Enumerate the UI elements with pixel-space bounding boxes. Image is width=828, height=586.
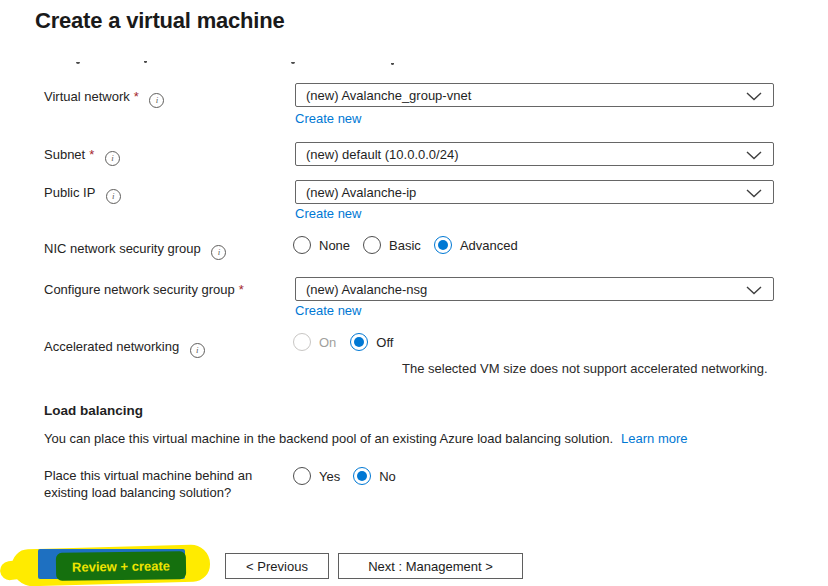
virtual-network-label: Virtual network* i [44, 89, 164, 108]
subnet-value: (new) default (10.0.0.0/24) [306, 147, 458, 162]
info-glyph: i [111, 153, 114, 164]
info-icon[interactable]: i [106, 189, 121, 204]
page-title: Create a virtual machine [35, 8, 285, 34]
accelerated-networking-radio-group: On Off [293, 333, 393, 351]
radio-label: Advanced [460, 238, 518, 253]
info-glyph: i [156, 95, 159, 106]
subnet-dropdown[interactable]: (new) default (10.0.0.0/24) [295, 142, 774, 166]
subnet-label: Subnet* i [44, 147, 120, 166]
cropped-text-artifact [291, 58, 295, 64]
public-ip-value: (new) Avalanche-ip [306, 185, 416, 200]
cropped-text-artifact [76, 58, 80, 64]
radio-circle [363, 236, 381, 254]
vm-size-note: The selected VM size does not support ac… [402, 361, 768, 376]
required-asterisk: * [89, 147, 94, 162]
radio-option-no[interactable]: No [353, 467, 396, 485]
info-glyph: i [112, 191, 115, 202]
review-create-button[interactable]: Review + create [56, 551, 186, 581]
radio-option-none[interactable]: None [293, 236, 350, 254]
cropped-text-artifact [391, 59, 394, 65]
radio-option-yes[interactable]: Yes [293, 467, 340, 485]
chevron-down-icon [746, 92, 762, 101]
radio-circle-selected [350, 333, 368, 351]
radio-option-off[interactable]: Off [350, 333, 393, 351]
label-text: Configure network security group [44, 282, 235, 297]
radio-label: No [379, 469, 396, 484]
create-new-public-ip-link[interactable]: Create new [295, 206, 361, 221]
required-asterisk: * [239, 282, 244, 297]
virtual-network-value: (new) Avalanche_group-vnet [306, 88, 471, 103]
nic-nsg-radio-group: None Basic Advanced [293, 236, 518, 254]
radio-circle-selected [434, 236, 452, 254]
info-glyph: i [196, 345, 199, 356]
next-management-button[interactable]: Next : Management > [338, 553, 523, 579]
cropped-text-artifact [144, 57, 147, 63]
load-balancing-heading: Load balancing [44, 403, 143, 418]
info-glyph: i [218, 247, 221, 258]
radio-label: Off [376, 335, 393, 350]
chevron-down-icon [746, 286, 762, 295]
radio-option-on-disabled: On [293, 333, 336, 351]
public-ip-label: Public IP i [44, 185, 121, 204]
description-text: You can place this virtual machine in th… [44, 431, 613, 446]
label-text: Public IP [44, 185, 95, 200]
public-ip-dropdown[interactable]: (new) Avalanche-ip [295, 180, 774, 204]
info-icon[interactable]: i [149, 93, 164, 108]
label-text: Virtual network [44, 89, 130, 104]
label-text: NIC network security group [44, 241, 201, 256]
create-new-nsg-link[interactable]: Create new [295, 303, 361, 318]
load-balancing-description: You can place this virtual machine in th… [44, 431, 688, 446]
nic-nsg-label: NIC network security group i [44, 241, 226, 260]
radio-label: None [319, 238, 350, 253]
label-text: Accelerated networking [44, 339, 179, 354]
create-new-vnet-link[interactable]: Create new [295, 111, 361, 126]
required-asterisk: * [134, 89, 139, 104]
virtual-network-dropdown[interactable]: (new) Avalanche_group-vnet [295, 83, 774, 107]
radio-circle-selected [353, 467, 371, 485]
chevron-down-icon [746, 189, 762, 198]
configure-nsg-label: Configure network security group* [44, 282, 244, 297]
radio-circle-disabled [293, 333, 311, 351]
create-vm-networking-page: Create a virtual machine Virtual network… [0, 0, 828, 586]
radio-option-advanced[interactable]: Advanced [434, 236, 518, 254]
previous-button[interactable]: < Previous [225, 553, 329, 579]
radio-label: Yes [319, 469, 340, 484]
radio-label: On [319, 335, 336, 350]
load-balancing-radio-group: Yes No [293, 467, 396, 485]
radio-option-basic[interactable]: Basic [363, 236, 421, 254]
review-create-label: Review + create [72, 558, 170, 574]
configure-nsg-dropdown[interactable]: (new) Avalanche-nsg [295, 277, 774, 301]
radio-circle [293, 236, 311, 254]
info-icon[interactable]: i [211, 245, 226, 260]
chevron-down-icon [746, 151, 762, 160]
label-text: Subnet [44, 147, 85, 162]
configure-nsg-value: (new) Avalanche-nsg [306, 282, 427, 297]
accelerated-networking-label: Accelerated networking i [44, 339, 205, 358]
radio-circle [293, 467, 311, 485]
radio-label: Basic [389, 238, 421, 253]
info-icon[interactable]: i [105, 151, 120, 166]
load-balancing-question: Place this virtual machine behind an exi… [44, 468, 276, 501]
learn-more-link[interactable]: Learn more [621, 431, 687, 446]
info-icon[interactable]: i [190, 343, 205, 358]
